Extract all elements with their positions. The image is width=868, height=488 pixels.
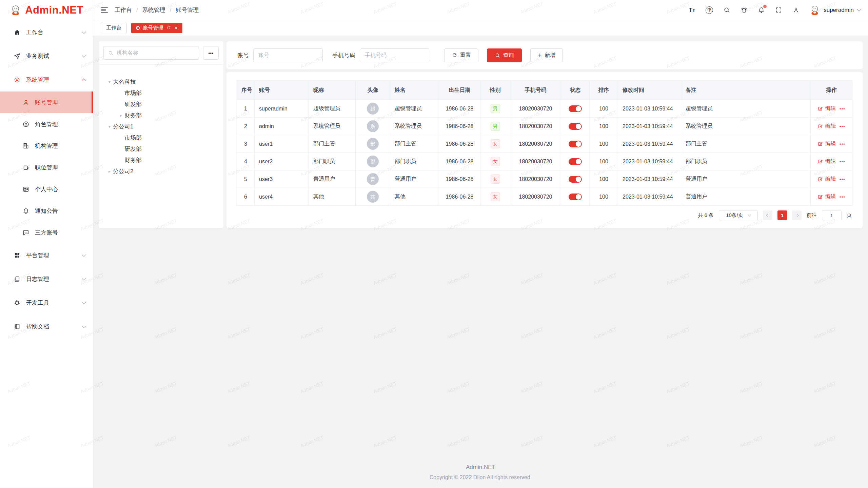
username: superadmin (824, 7, 854, 14)
tree-node-7[interactable]: 财务部 (103, 155, 219, 166)
row-more-button[interactable]: ••• (840, 159, 845, 164)
row-more-button[interactable]: ••• (840, 106, 845, 111)
sidebar-item-7[interactable]: 个人中心 (0, 178, 93, 200)
sidebar-item-label: 职位管理 (35, 164, 58, 171)
next-page-button[interactable] (792, 210, 802, 220)
column-header-remark: 备注 (681, 81, 811, 100)
status-toggle[interactable] (569, 123, 582, 130)
breadcrumb-item[interactable]: 系统管理 (142, 6, 165, 14)
row-more-button[interactable]: ••• (840, 195, 845, 199)
footer-title: Admin.NET (99, 464, 863, 471)
fullscreen-icon[interactable] (774, 6, 783, 14)
tab-workbench[interactable]: 工作台 (101, 23, 127, 33)
language-icon[interactable]: 中 (705, 6, 713, 14)
modified-cell: 2023-01-03 10:59:44 (618, 135, 681, 153)
sidebar-item-3[interactable]: 账号管理 (0, 92, 93, 113)
tree-node-5[interactable]: 市场部 (103, 132, 219, 143)
sort-cell: 100 (590, 188, 618, 206)
tree-more-button[interactable]: ••• (203, 46, 219, 60)
tree-caret-icon[interactable]: ▾ (106, 124, 113, 129)
page-number-button[interactable]: 1 (777, 210, 787, 220)
tree-caret-icon[interactable]: ▾ (106, 79, 113, 84)
account-input[interactable] (253, 48, 323, 62)
status-toggle[interactable] (569, 105, 582, 112)
row-more-button[interactable]: ••• (840, 124, 845, 129)
nickname-cell: 普通用户 (309, 170, 356, 188)
sidebar-item-label: 个人中心 (35, 185, 58, 193)
gear-icon (13, 76, 21, 84)
edit-button[interactable]: 编辑 (817, 158, 836, 165)
notification-badge (763, 5, 767, 8)
add-button[interactable]: + 新增 (530, 48, 563, 62)
phone-cell: 18020030720 (510, 153, 561, 170)
logo[interactable]: Admin.NET (0, 0, 93, 20)
avatar: 部 (367, 156, 379, 167)
profile-link-icon[interactable] (792, 6, 800, 14)
edit-button[interactable]: 编辑 (817, 123, 836, 130)
tree-node-0[interactable]: ▾大名科技 (103, 76, 219, 87)
sidebar-item-0[interactable]: 工作台 (0, 20, 93, 44)
page-size-select[interactable]: 10条/页 (719, 210, 758, 220)
book-icon (13, 322, 21, 330)
sidebar-item-12[interactable]: 开发工具 (0, 291, 93, 314)
tree-node-3[interactable]: ▸财务部 (103, 110, 219, 121)
goto-page-input[interactable] (822, 210, 842, 220)
phone-cell: 18020030720 (510, 170, 561, 188)
search-icon[interactable] (723, 6, 731, 14)
chevron-down-icon (82, 252, 86, 257)
sidebar-item-13[interactable]: 帮助文档 (0, 314, 93, 338)
tree-node-6[interactable]: 研发部 (103, 143, 219, 155)
edit-button[interactable]: 编辑 (817, 140, 836, 147)
sidebar-item-8[interactable]: 通知公告 (0, 200, 93, 222)
tree-node-4[interactable]: ▾分公司1 (103, 121, 219, 132)
phone-input[interactable] (360, 48, 429, 62)
tree-node-label: 财务部 (124, 156, 142, 164)
sort-cell: 100 (590, 153, 618, 170)
breadcrumb-item[interactable]: 工作台 (115, 6, 132, 14)
sidebar-item-11[interactable]: 日志管理 (0, 267, 93, 291)
user-menu[interactable]: superadmin (809, 4, 861, 16)
breadcrumb: 工作台 / 系统管理 / 账号管理 (115, 6, 199, 14)
refresh-icon[interactable] (166, 25, 171, 30)
status-toggle[interactable] (569, 141, 582, 147)
sidebar-item-10[interactable]: 平台管理 (0, 243, 93, 267)
breadcrumb-item[interactable]: 账号管理 (176, 6, 199, 14)
sidebar-item-9[interactable]: 三方账号 (0, 222, 93, 243)
sidebar-item-2[interactable]: 系统管理 (0, 68, 93, 92)
tab-account-management[interactable]: 账号管理 × (131, 23, 182, 33)
notification-icon[interactable] (757, 6, 765, 14)
status-toggle[interactable] (569, 194, 582, 200)
font-size-icon[interactable]: Tт (688, 6, 696, 14)
row-more-button[interactable]: ••• (840, 142, 845, 146)
close-icon[interactable]: × (174, 25, 178, 31)
chevron-down-icon (82, 276, 86, 281)
row-more-button[interactable]: ••• (840, 177, 845, 182)
theme-icon[interactable] (740, 6, 748, 14)
status-toggle[interactable] (569, 176, 582, 183)
org-search-input[interactable] (117, 50, 195, 56)
menu-collapse-icon[interactable] (101, 7, 108, 13)
column-header-sort: 排序 (590, 81, 618, 100)
sidebar-item-6[interactable]: 职位管理 (0, 157, 93, 178)
modified-cell: 2023-01-03 10:59:44 (618, 100, 681, 118)
tree-node-2[interactable]: 研发部 (103, 99, 219, 110)
tree-node-8[interactable]: ▸分公司2 (103, 166, 219, 177)
filter-bar: 账号 手机号码 重置 查询 + (226, 41, 863, 69)
status-toggle[interactable] (569, 158, 582, 165)
tree-caret-icon[interactable]: ▸ (118, 113, 124, 118)
edit-button[interactable]: 编辑 (817, 105, 836, 112)
account-cell: superadmin (255, 100, 309, 118)
edit-icon (817, 123, 823, 129)
edit-button[interactable]: 编辑 (817, 193, 836, 200)
sidebar-item-4[interactable]: 角色管理 (0, 113, 93, 135)
avatar: 其 (367, 191, 379, 203)
prev-page-button[interactable] (763, 210, 772, 220)
query-button[interactable]: 查询 (487, 48, 522, 62)
sidebar-item-5[interactable]: 机构管理 (0, 135, 93, 157)
sidebar-item-label: 三方账号 (35, 229, 58, 237)
sidebar-item-1[interactable]: 业务测试 (0, 44, 93, 68)
tree-caret-icon[interactable]: ▸ (106, 169, 113, 174)
tree-node-1[interactable]: 市场部 (103, 87, 219, 99)
reset-button[interactable]: 重置 (444, 48, 478, 62)
edit-button[interactable]: 编辑 (817, 176, 836, 183)
